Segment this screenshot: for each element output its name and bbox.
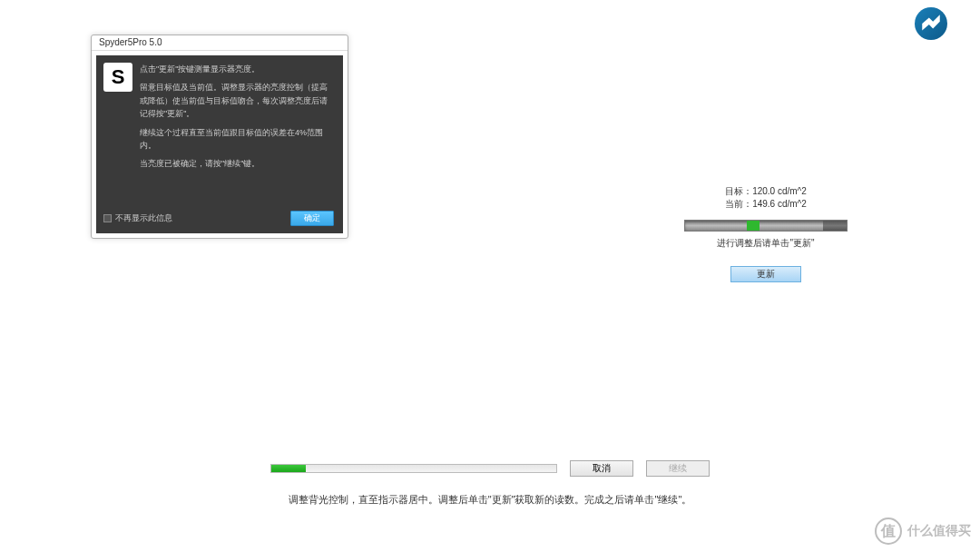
adjust-hint: 进行调整后请单击"更新"	[684, 237, 848, 250]
dialog-body: S 点击"更新"按键测量显示器亮度。 留意目标值及当前值。调整显示器的亮度控制（…	[96, 55, 343, 233]
progress-bar	[270, 464, 557, 473]
checkbox-icon[interactable]	[103, 214, 112, 222]
dialog-line-4: 当亮度已被确定，请按"继续"键。	[140, 157, 334, 170]
dont-show-label: 不再显示此信息	[115, 212, 172, 224]
progress-fill	[271, 465, 306, 472]
bottom-controls: 取消 继续	[0, 460, 980, 477]
indicator-marker	[747, 221, 760, 231]
cancel-button[interactable]: 取消	[570, 460, 633, 477]
dialog-text: 点击"更新"按键测量显示器亮度。 留意目标值及当前值。调整显示器的亮度控制（提高…	[140, 63, 334, 176]
bird-logo-icon	[915, 7, 947, 40]
indicator-bar	[684, 220, 848, 232]
continue-button: 继续	[646, 460, 710, 477]
current-line: 当前：149.6 cd/m^2	[684, 198, 848, 211]
brightness-panel: 目标：120.0 cd/m^2 当前：149.6 cd/m^2 进行调整后请单击…	[684, 185, 848, 282]
dont-show-checkbox-row[interactable]: 不再显示此信息	[103, 212, 172, 224]
indicator-end	[823, 221, 847, 231]
dialog-line-2: 留意目标值及当前值。调整显示器的亮度控制（提高或降低）使当前值与目标值吻合，每次…	[140, 81, 334, 120]
watermark-icon: 值	[875, 518, 902, 545]
target-value: 120.0 cd/m^2	[752, 186, 807, 196]
target-label: 目标：	[725, 186, 752, 196]
watermark-text: 什么值得买	[907, 523, 971, 539]
current-value: 149.6 cd/m^2	[752, 199, 807, 209]
dialog-line-1: 点击"更新"按键测量显示器亮度。	[140, 63, 334, 75]
refresh-button[interactable]: 更新	[730, 266, 801, 282]
info-dialog: Spyder5Pro 5.0 S 点击"更新"按键测量显示器亮度。 留意目标值及…	[91, 34, 348, 239]
watermark: 值 什么值得买	[875, 518, 971, 545]
app-icon: S	[103, 63, 132, 92]
bottom-instruction: 调整背光控制，直至指示器居中。调整后单击"更新"获取新的读数。完成之后请单击"继…	[0, 493, 980, 507]
dialog-line-3: 继续这个过程直至当前值跟目标值的误差在4%范围内。	[140, 126, 334, 153]
current-label: 当前：	[725, 199, 752, 209]
target-line: 目标：120.0 cd/m^2	[684, 185, 848, 198]
bottom-area: 取消 继续 调整背光控制，直至指示器居中。调整后单击"更新"获取新的读数。完成之…	[0, 460, 980, 507]
ok-button[interactable]: 确定	[290, 211, 334, 226]
dialog-title: Spyder5Pro 5.0	[92, 35, 348, 51]
